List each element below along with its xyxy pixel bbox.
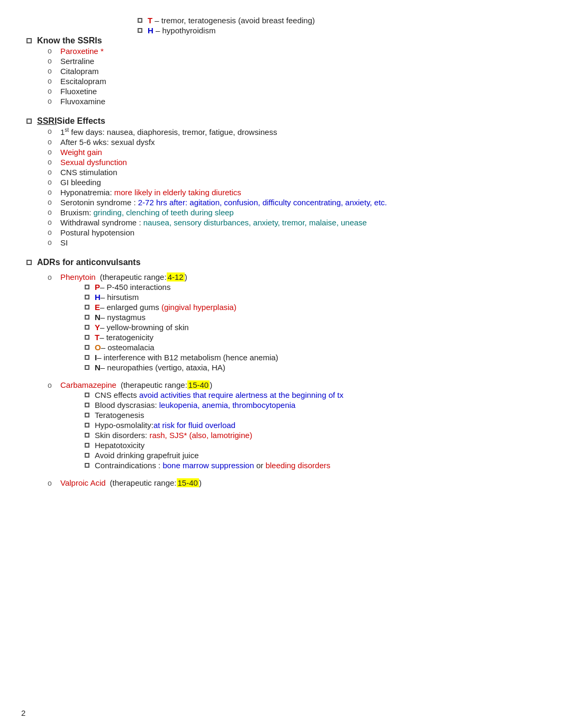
sub-item-text: Y– yellow-browning of skin: [95, 323, 189, 332]
sub-item-text: N– nystagmus: [95, 313, 146, 322]
effect-main-label: Serotonin syndrome :: [60, 198, 136, 207]
bullet-square-icon: [85, 393, 89, 397]
bullet-o-icon: o: [48, 77, 57, 85]
letter-label: Y: [95, 323, 100, 332]
drug-sub-item: I– interference with B12 metabolism (hen…: [85, 353, 278, 362]
letter-label: T: [95, 333, 99, 342]
drug-item: oValproic Acid (therapeutic range: 15-40…: [37, 478, 343, 487]
side-effect-text: Bruxism: grinding, clenching of teeth du…: [60, 208, 234, 217]
ssri-acronym: SSRI: [37, 116, 57, 125]
ssri-drug-name: Fluvoxamine: [60, 97, 105, 106]
bullet-square-icon: [85, 423, 89, 427]
drug-name: Valproic Acid: [60, 478, 106, 487]
sub-detail: rash, SJS* (also, lamotrigine): [147, 431, 252, 440]
bullet-square-icon: [85, 335, 89, 340]
bullet-square-icon: [85, 295, 89, 299]
side-effect-text: GI bleeding: [60, 178, 101, 187]
adrs-title: ADRs for anticonvulsants: [37, 258, 343, 267]
side-effect-item: oBruxism: grinding, clenching of teeth d…: [37, 208, 387, 217]
side-effect-text: SI: [60, 238, 68, 247]
effect-detail: nausea, sensory disturbances, anxiety, t…: [141, 218, 367, 227]
bullet-o-icon: o: [48, 198, 57, 206]
drug-name: Carbamazepine: [60, 380, 116, 389]
sub-item-text: E– enlarged gums (gingival hyperplasia): [95, 303, 237, 312]
bullet-o-icon: o: [48, 97, 57, 105]
bullet-o-icon: o: [48, 57, 57, 65]
side-effect-text: Postural hypotension: [60, 228, 134, 237]
sub-item-text: Skin disorders: rash, SJS* (also, lamotr…: [95, 431, 252, 440]
letter-label: O: [95, 343, 101, 352]
bullet-square-icon: [138, 28, 142, 33]
letter-label: I: [95, 353, 97, 362]
bullet-square-icon: [138, 18, 142, 23]
bullet-o-icon: o: [48, 479, 57, 487]
bullet-o-icon: o: [48, 87, 57, 95]
side-effect-item: oWithdrawal syndrome : nausea, sensory d…: [37, 218, 387, 227]
main-content: Know the SSRIsoParoxetine *oSertralineoC…: [21, 36, 541, 495]
drug-name: Phenytoin: [60, 272, 96, 281]
sub-item-text: T– teratogenicity: [95, 333, 153, 342]
drug-sub-item: N– neuropathies (vertigo, ataxia, HA): [85, 363, 278, 372]
letter-label: H: [148, 26, 153, 35]
effect-detail: grinding, clenching of teeth during slee…: [91, 208, 233, 217]
bullet-o-icon: o: [48, 208, 57, 216]
top-bullet-text: T – tremor, teratogenesis (avoid breast …: [148, 16, 315, 25]
bullet-square-icon: [85, 285, 89, 289]
bullet-square-icon: [85, 315, 89, 320]
range-value: 4-12: [167, 272, 185, 281]
ssri-side-effects-content: SSRISide Effectso1st few days: nausea, d…: [37, 116, 387, 248]
section-title: Know the SSRIs: [37, 36, 106, 46]
bullet-o-icon: o: [48, 168, 57, 176]
bullet-o-icon: o: [48, 188, 57, 196]
drug-sub-item: P– P-450 interactions: [85, 283, 278, 292]
side-effect-text: 1st few days: nausea, diaphoresis, tremo…: [60, 127, 277, 136]
bullet-o-icon: o: [48, 47, 57, 55]
side-effect-text: Serotonin syndrome : 2-72 hrs after: agi…: [60, 198, 387, 207]
bullet-o-icon: o: [48, 218, 57, 226]
ssri-drug-name: Escitalopram: [60, 77, 106, 86]
sub-detail: avoid activities that require alertness …: [139, 390, 343, 399]
ssri-drug-name: Citalopram: [60, 67, 99, 76]
ssri-drug-name: Sertraline: [60, 57, 94, 66]
side-effects-label: Side Effects: [57, 116, 105, 125]
letter-label: H: [95, 293, 101, 302]
bullet-square-icon: [85, 325, 89, 330]
bullet-o-icon: o: [48, 228, 57, 236]
drug-sub-item: Skin disorders: rash, SJS* (also, lamotr…: [85, 431, 343, 440]
know-ssris-section: Know the SSRIsoParoxetine *oSertralineoC…: [21, 36, 541, 107]
contraindication-part1: bone marrow suppression: [162, 461, 254, 470]
drug-sub-item: O– osteomalacia: [85, 343, 278, 352]
ssri-side-effects-section: SSRISide Effectso1st few days: nausea, d…: [21, 116, 541, 248]
drug-sub-item: Teratogenesis: [85, 411, 343, 420]
ssri-side-effects-item: SSRISide Effectso1st few days: nausea, d…: [26, 116, 541, 248]
letter-label: E: [95, 303, 100, 312]
sub-item-text: P– P-450 interactions: [95, 283, 170, 292]
side-effect-text: Weight gain: [60, 148, 102, 157]
drug-sub-item: T– teratogenicity: [85, 333, 278, 342]
sub-item-text: Contraindications : bone marrow suppress…: [95, 461, 330, 470]
bullet-o-icon: o: [48, 178, 57, 186]
side-effect-text: CNS stimulation: [60, 168, 117, 177]
bullet-square-icon: [85, 403, 89, 407]
know-ssris-item: Know the SSRIsoParoxetine *oSertralineoC…: [26, 36, 541, 107]
drug-header: oPhenytoin (therapeutic range: 4-12): [48, 272, 187, 281]
side-effect-item: oCNS stimulation: [37, 168, 387, 177]
range-label: (therapeutic range:: [100, 272, 167, 281]
drug-sub-item: Blood dyscrasias: leukopenia, anemia, th…: [85, 401, 343, 410]
side-effect-text: After 5-6 wks: sexual dysfx: [60, 138, 155, 147]
drug-sub-item: CNS effects avoid activities that requir…: [85, 390, 343, 399]
sub-item-text: I– interference with B12 metabolism (hen…: [95, 353, 278, 362]
ssri-drug-item: oFluvoxamine: [37, 97, 106, 106]
effect-detail: more likely in elderly taking diuretics: [112, 188, 241, 197]
side-effect-item: oSexual dysfunction: [37, 158, 387, 167]
bullet-square-icon: [85, 305, 89, 310]
sub-item-text: Blood dyscrasias: leukopenia, anemia, th…: [95, 401, 295, 410]
bullet-square-icon: [85, 433, 89, 438]
sub-detail: at risk for fluid overload: [153, 421, 235, 430]
bullet-o-icon: o: [48, 238, 57, 247]
bullet-o-icon: o: [48, 381, 57, 389]
bullet-square-icon: [85, 463, 89, 468]
drug-header: oCarbamazepine (therapeutic range: 15-40…: [48, 380, 212, 389]
bullet-o-icon: o: [48, 148, 57, 156]
effect-main-label: Bruxism:: [60, 208, 91, 217]
